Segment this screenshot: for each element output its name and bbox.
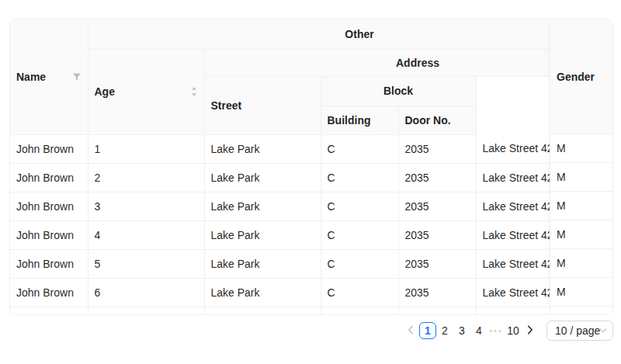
- cell-building: C: [321, 278, 398, 307]
- cell-building: C: [321, 249, 398, 278]
- cell-gender: M: [550, 220, 612, 249]
- cell-street: Lake Park: [204, 134, 321, 163]
- prev-page-button[interactable]: [402, 322, 419, 339]
- column-header-building: Building: [321, 106, 398, 134]
- column-header-other: Other: [88, 19, 613, 49]
- cell-door-no: 2035: [398, 278, 476, 307]
- jump-next-ellipsis[interactable]: •••: [487, 322, 505, 339]
- table-row: John Brown 5 Lake Park C 2035 Lake Stree…: [10, 249, 613, 278]
- column-header-age[interactable]: Age: [88, 49, 204, 134]
- column-header-age-label: Age: [95, 85, 115, 98]
- cell-door-no: 2035: [398, 134, 476, 163]
- page-button-10[interactable]: 10: [505, 322, 522, 339]
- cell-name: John Brown: [10, 220, 88, 249]
- cell-building: C: [321, 220, 398, 249]
- cell-age: 3: [88, 192, 204, 220]
- gender-fixed-column: Gender M M M M M M: [550, 19, 612, 314]
- cell-gender-clipped: [550, 307, 612, 314]
- page: Name Other Age: [0, 0, 621, 364]
- column-header-gender: Gender: [550, 19, 612, 134]
- table-row-clipped: [10, 307, 613, 315]
- cell-name: John Brown: [10, 134, 88, 163]
- cell-door-no: 2035: [398, 220, 476, 249]
- chevron-right-icon: [527, 322, 533, 339]
- cell-gender: M: [550, 192, 612, 220]
- cell-building: C: [321, 134, 398, 163]
- page-button-4[interactable]: 4: [470, 322, 487, 339]
- data-table: Name Other Age: [9, 19, 613, 315]
- cell-name: John Brown: [10, 278, 88, 307]
- cell-age: 5: [88, 249, 204, 278]
- page-button-2[interactable]: 2: [436, 322, 453, 339]
- cell-street: Lake Park: [204, 220, 321, 249]
- cell-door-no: 2035: [398, 249, 476, 278]
- table-row: John Brown 3 Lake Park C 2035 Lake Stree…: [10, 192, 613, 220]
- filter-icon[interactable]: [72, 72, 82, 81]
- column-header-name: Name: [10, 19, 88, 134]
- page-button-1[interactable]: 1: [419, 322, 436, 339]
- table-row: John Brown 1 Lake Park C 2035 Lake Stree…: [10, 134, 613, 163]
- cell-age: 1: [88, 134, 204, 163]
- cell-name: John Brown: [10, 192, 88, 220]
- column-header-block: Block: [321, 76, 476, 106]
- chevron-left-icon: [408, 322, 414, 339]
- next-page-button[interactable]: [522, 322, 539, 339]
- cell-name: John Brown: [10, 163, 88, 192]
- cell-door-no: 2035: [398, 192, 476, 220]
- cell-street: Lake Park: [204, 249, 321, 278]
- cell-name: John Brown: [10, 249, 88, 278]
- column-header-door-no: Door No.: [398, 106, 476, 134]
- page-button-3[interactable]: 3: [453, 322, 470, 339]
- cell-gender: M: [550, 278, 612, 307]
- cell-street: Lake Park: [204, 192, 321, 220]
- cell-gender: M: [550, 249, 612, 278]
- table-row: John Brown 6 Lake Park C 2035 Lake Stree…: [10, 278, 613, 307]
- cell-building: C: [321, 163, 398, 192]
- table-row: John Brown 2 Lake Park C 2035 Lake Stree…: [10, 163, 613, 192]
- page-size-label: 10 / page: [555, 324, 600, 337]
- sorter-icon: [190, 86, 198, 97]
- cell-door-no: 2035: [398, 163, 476, 192]
- cell-gender: M: [550, 134, 612, 163]
- cell-building: C: [321, 192, 398, 220]
- cell-age: 2: [88, 163, 204, 192]
- pagination: 1 2 3 4 ••• 10 10 / page: [402, 320, 613, 341]
- cell-street: Lake Park: [204, 278, 321, 307]
- cell-gender: M: [550, 163, 612, 192]
- page-size-select[interactable]: 10 / page: [546, 321, 613, 341]
- table-row: John Brown 4 Lake Park C 2035 Lake Stree…: [10, 220, 613, 249]
- column-header-street: Street: [204, 76, 321, 134]
- column-header-name-label: Name: [16, 71, 46, 83]
- chevron-down-icon: [599, 328, 607, 334]
- cell-age: 4: [88, 220, 204, 249]
- grouped-columns-table: Name Other Age: [10, 19, 613, 315]
- cell-street: Lake Park: [204, 163, 321, 192]
- cell-age: 6: [88, 278, 204, 307]
